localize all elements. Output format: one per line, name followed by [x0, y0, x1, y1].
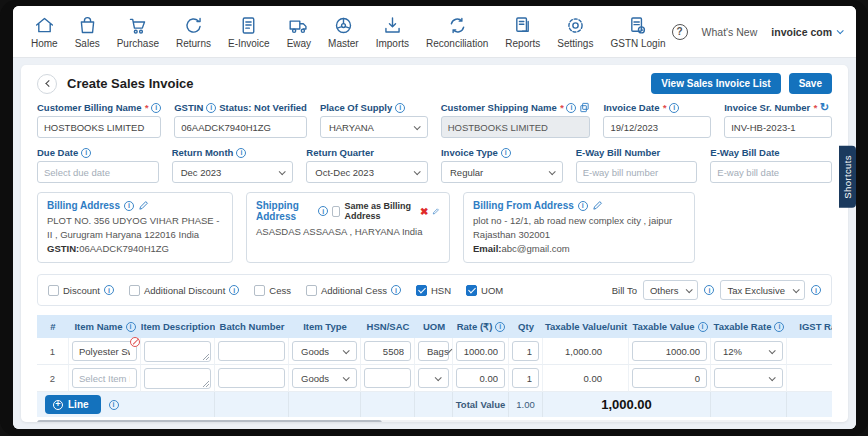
batch-number-input[interactable]	[218, 341, 285, 361]
info-icon[interactable]	[395, 103, 405, 113]
item-type-select[interactable]: Goods	[292, 341, 357, 361]
nav-item-purchase[interactable]: Purchase	[117, 15, 159, 49]
customer-billing-name-input[interactable]	[37, 116, 161, 138]
discount-checkbox[interactable]	[48, 285, 59, 296]
info-icon[interactable]	[318, 206, 328, 216]
rate-input[interactable]	[456, 341, 505, 361]
info-icon[interactable]	[698, 322, 708, 332]
refresh-icon[interactable]: ↻	[820, 102, 829, 113]
invoice-date-input[interactable]	[603, 116, 711, 138]
additional-cess-checkbox[interactable]	[306, 285, 317, 296]
nav-item-imports[interactable]: Imports	[376, 15, 409, 49]
nav-item-returns[interactable]: Returns	[176, 15, 211, 49]
taxable-value-input[interactable]	[632, 368, 707, 388]
cess-checkbox[interactable]	[254, 285, 265, 296]
resize-grip[interactable]	[202, 353, 209, 360]
nav-item-eway[interactable]: Eway	[287, 15, 311, 49]
nav-item-settings[interactable]: Settings	[557, 15, 593, 49]
info-icon[interactable]	[495, 322, 505, 332]
eway-bill-date-input[interactable]	[710, 161, 832, 183]
same-as-billing-checkbox[interactable]	[332, 206, 340, 217]
uom-select[interactable]	[418, 368, 449, 388]
taxable-rate-select[interactable]: 12%	[714, 341, 783, 361]
invoice-type-select[interactable]: Regular	[441, 161, 563, 183]
invoice-sr-number-input[interactable]	[724, 116, 832, 138]
return-quarter-select[interactable]: Oct-Dec 2023	[306, 161, 428, 183]
add-line-button[interactable]: Line	[45, 395, 101, 414]
hsn-sac-input[interactable]	[364, 341, 411, 361]
uom-checkbox[interactable]	[466, 285, 477, 296]
eway-bill-number-field: E-Way Bill Number	[576, 147, 698, 183]
hsn-checkbox[interactable]	[416, 285, 427, 296]
shortcuts-tab[interactable]: Shortcuts	[839, 146, 856, 208]
item-description-textarea[interactable]	[144, 341, 211, 362]
info-icon[interactable]	[236, 148, 246, 158]
nav-item-reports[interactable]: Reports	[505, 15, 540, 49]
info-icon[interactable]	[206, 103, 216, 113]
customer-shipping-name-input[interactable]	[441, 116, 591, 138]
item-description-textarea[interactable]	[144, 368, 211, 389]
remove-item-icon[interactable]	[130, 337, 140, 347]
rate-input[interactable]	[456, 368, 505, 388]
edit-pencil-icon[interactable]	[138, 200, 149, 211]
view-sales-invoice-list-button[interactable]: View Sales Invoice List	[651, 73, 780, 94]
nav-item-sales[interactable]: Sales	[75, 15, 100, 49]
eway-bill-number-input[interactable]	[576, 161, 698, 183]
additional-discount-checkbox[interactable]	[129, 285, 140, 296]
options-bar: Discount Additional Discount Cess Additi…	[37, 274, 832, 306]
edit-pencil-icon[interactable]	[432, 206, 440, 217]
info-icon[interactable]	[811, 285, 821, 295]
info-icon[interactable]	[81, 148, 91, 158]
back-button[interactable]	[37, 74, 57, 94]
hsn-sac-input[interactable]	[364, 368, 411, 388]
nav-item-master[interactable]: Master	[328, 15, 359, 49]
e-invoice-document-icon	[238, 15, 259, 36]
item-type-select[interactable]: Goods	[292, 368, 357, 388]
info-icon[interactable]	[124, 201, 134, 211]
batch-number-input[interactable]	[218, 368, 285, 388]
info-icon[interactable]	[566, 103, 576, 113]
chevron-down-icon	[414, 168, 421, 175]
qty-input[interactable]	[512, 341, 539, 361]
remove-address-icon[interactable]: ✖	[420, 206, 428, 217]
info-icon[interactable]	[704, 285, 714, 295]
info-icon[interactable]	[109, 400, 119, 410]
info-icon[interactable]	[151, 103, 161, 113]
nav-item-reconciliation[interactable]: Reconciliation	[426, 15, 488, 49]
bill-to-select[interactable]: Others	[643, 280, 699, 300]
additional-discount-option: Additional Discount	[129, 285, 239, 296]
due-date-input[interactable]	[37, 161, 159, 183]
gstin-input[interactable]	[174, 116, 307, 138]
nav-item-gstn-login[interactable]: GSTN Login	[610, 15, 665, 49]
account-menu[interactable]: invoice com	[771, 26, 842, 38]
scrollbar-thumb[interactable]	[37, 420, 382, 422]
taxable-rate-select[interactable]	[714, 368, 783, 388]
whats-new-link[interactable]: What's New	[702, 26, 758, 38]
info-icon[interactable]	[391, 285, 401, 295]
info-icon[interactable]	[126, 322, 136, 332]
resize-grip[interactable]	[202, 380, 209, 387]
info-icon[interactable]	[578, 201, 588, 211]
tax-mode-select[interactable]: Tax Exclusive	[720, 280, 805, 300]
info-icon[interactable]	[501, 148, 511, 158]
help-icon[interactable]	[672, 24, 688, 40]
item-name-input[interactable]	[72, 368, 137, 388]
taxable-value-unit-text: 1,000.00	[543, 338, 629, 365]
place-of-supply-select[interactable]: HARYANA	[320, 116, 428, 138]
nav-item-e-invoice[interactable]: E-Invoice	[228, 15, 270, 49]
info-icon[interactable]	[104, 285, 114, 295]
taxable-value-input[interactable]	[632, 341, 707, 361]
uom-select[interactable]: Bags	[418, 341, 449, 361]
qty-input[interactable]	[512, 368, 539, 388]
info-icon[interactable]	[774, 322, 784, 332]
copy-icon[interactable]	[579, 102, 590, 113]
info-icon[interactable]	[669, 103, 679, 113]
item-name-input[interactable]	[72, 341, 137, 361]
chevron-down-icon	[686, 286, 693, 293]
return-month-select[interactable]: Dec 2023	[172, 161, 294, 183]
edit-pencil-icon[interactable]	[592, 200, 603, 211]
shipping-address-box: Shipping Address Same as Billing Address…	[246, 192, 450, 263]
save-button[interactable]: Save	[789, 73, 832, 94]
info-icon[interactable]	[229, 285, 239, 295]
nav-item-home[interactable]: Home	[31, 15, 58, 49]
